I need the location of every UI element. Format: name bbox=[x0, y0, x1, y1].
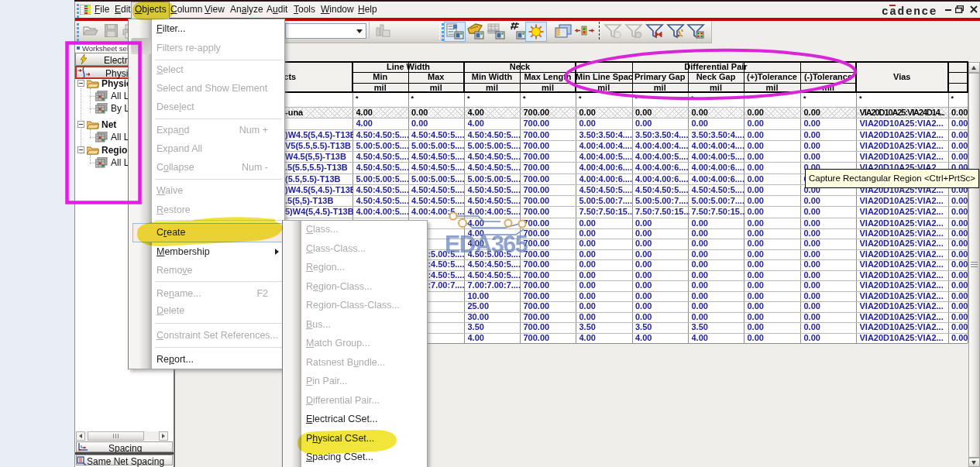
svg-text:EDA365: EDA365 bbox=[445, 231, 528, 257]
